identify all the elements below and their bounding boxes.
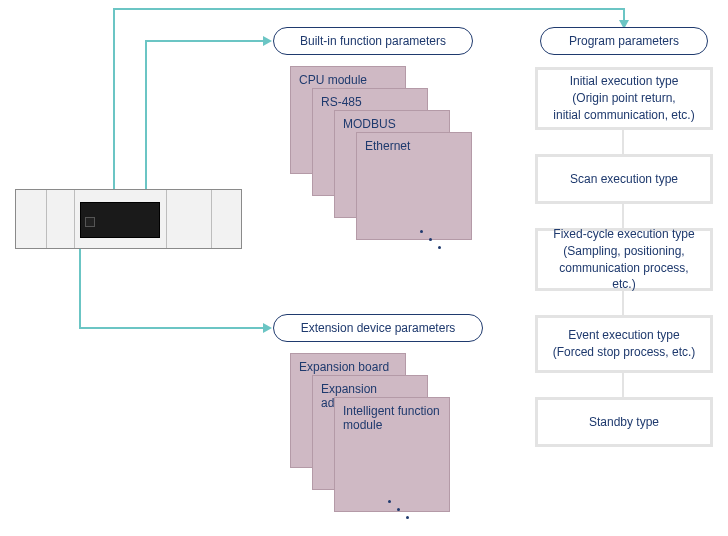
ellipsis-dot (397, 508, 400, 511)
type-connector (622, 204, 624, 228)
card-intelligent: Intelligent function module (334, 397, 450, 512)
plc-device (15, 189, 242, 249)
line-top-horizontal (113, 8, 625, 10)
header-extension: Extension device parameters (273, 314, 483, 342)
type-fixed-label: Fixed-cycle execution type (Sampling, po… (546, 226, 702, 293)
arrow-to-builtin (263, 36, 272, 46)
ellipsis-dot (388, 500, 391, 503)
ellipsis-dot (438, 246, 441, 249)
type-initial: Initial execution type (Origin point ret… (535, 67, 713, 130)
card-modbus-label: MODBUS (343, 117, 396, 131)
card-ethernet-label: Ethernet (365, 139, 410, 153)
ellipsis-dot (420, 230, 423, 233)
ellipsis-dot (429, 238, 432, 241)
header-program-label: Program parameters (569, 34, 679, 48)
header-program: Program parameters (540, 27, 708, 55)
card-intelligent-label: Intelligent function module (343, 404, 440, 432)
ellipsis-dot (406, 516, 409, 519)
type-connector (622, 291, 624, 315)
type-fixed: Fixed-cycle execution type (Sampling, po… (535, 228, 713, 291)
arrow-to-extension (263, 323, 272, 333)
type-event-label: Event execution type (Forced stop proces… (553, 327, 696, 361)
card-cpu-label: CPU module (299, 73, 367, 87)
card-expansion-board-label: Expansion board (299, 360, 389, 374)
type-standby-label: Standby type (589, 414, 659, 431)
line-top-vertical-left (113, 8, 115, 191)
type-initial-label: Initial execution type (Origin point ret… (553, 73, 694, 123)
type-event: Event execution type (Forced stop proces… (535, 315, 713, 373)
header-builtin: Built-in function parameters (273, 27, 473, 55)
type-standby: Standby type (535, 397, 713, 447)
type-scan-label: Scan execution type (570, 171, 678, 188)
type-connector (622, 373, 624, 397)
line-ext-vertical (79, 245, 81, 329)
line-builtin-horizontal (145, 40, 265, 42)
line-builtin-vertical (145, 40, 147, 191)
type-scan: Scan execution type (535, 154, 713, 204)
card-rs485-label: RS-485 (321, 95, 362, 109)
line-ext-horizontal (79, 327, 265, 329)
type-connector (622, 130, 624, 154)
header-builtin-label: Built-in function parameters (300, 34, 446, 48)
header-extension-label: Extension device parameters (301, 321, 456, 335)
card-ethernet: Ethernet (356, 132, 472, 240)
